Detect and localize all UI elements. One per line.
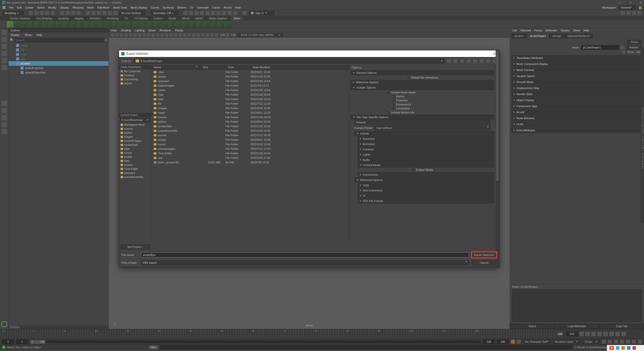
render-settings-icon[interactable] bbox=[228, 11, 232, 15]
menu-mesh[interactable]: Mesh bbox=[87, 6, 94, 9]
menu-windows[interactable]: Windows bbox=[72, 6, 84, 9]
vp-tool-icon[interactable] bbox=[138, 33, 141, 37]
shelf-xgen-icon-18[interactable] bbox=[126, 21, 132, 27]
scale-tool-icon[interactable] bbox=[2, 65, 7, 70]
options-scrollbar[interactable] bbox=[496, 65, 499, 243]
cg-icon-5[interactable] bbox=[206, 11, 210, 15]
ae-presets-button[interactable]: Presets* bbox=[626, 45, 641, 50]
vp-tool-icon[interactable] bbox=[160, 33, 164, 37]
outliner-item[interactable]: pCube1 bbox=[9, 61, 109, 66]
bookmark-item[interactable]: My Computer bbox=[119, 69, 151, 73]
vp-menu-panels[interactable]: Panels bbox=[175, 29, 183, 32]
shelf-xgen-icon-2[interactable] bbox=[14, 21, 20, 27]
pref-icon-6[interactable] bbox=[632, 340, 636, 344]
play-forward-icon[interactable] bbox=[603, 332, 608, 336]
file-row[interactable]: sceneAssemblyFile Folder2022/1/18 15:54 bbox=[151, 128, 349, 133]
ae-section[interactable]: Smooth Mesh bbox=[511, 79, 642, 85]
ae-node-io-icon[interactable] bbox=[621, 46, 624, 49]
shelf-tab-custom[interactable]: Custom bbox=[151, 16, 165, 21]
nav-newfolder-icon[interactable] bbox=[473, 59, 477, 63]
shelf-tab-animation[interactable]: Animation bbox=[86, 16, 104, 21]
shelf-xgen-icon-23[interactable] bbox=[161, 21, 167, 27]
ime-indicator-icon[interactable]: 英 bbox=[609, 346, 614, 350]
vp-colorspace-dropdown[interactable]: ACES 1.0 SDR-video (sRGB) bbox=[238, 33, 283, 37]
ae-menu-show[interactable]: Show bbox=[573, 29, 580, 32]
chk-include-texture[interactable]: ✓Include texture info bbox=[349, 110, 496, 114]
file-row[interactable]: Time EditorFile Folder2022/1/18 15:54 bbox=[151, 151, 349, 156]
cmd-lang-label[interactable]: MEL bbox=[149, 345, 158, 349]
col-size[interactable]: Size bbox=[200, 65, 225, 69]
shelf-xgen-icon-5[interactable] bbox=[35, 21, 41, 27]
file-row[interactable]: mayaFile Folder2022/6/21 13:29 bbox=[151, 110, 349, 115]
range-end-outer-input[interactable] bbox=[497, 339, 509, 344]
nav-view-list-icon[interactable] bbox=[480, 59, 484, 63]
ae-section[interactable]: Mesh Controls bbox=[511, 67, 642, 73]
nav-back-icon[interactable] bbox=[447, 59, 451, 63]
set-project-button[interactable]: Set Project... bbox=[121, 244, 150, 249]
layout-two-icon[interactable] bbox=[2, 115, 7, 120]
menu-cache[interactable]: Cache bbox=[212, 6, 220, 9]
export-selection-button[interactable]: Export Selection bbox=[472, 252, 497, 258]
vp-tool-icon[interactable] bbox=[192, 33, 196, 37]
fps-dropdown[interactable]: 24 fps bbox=[582, 339, 600, 344]
file-row[interactable]: autosaveFile Folder2022/1/18 15:54 bbox=[151, 79, 349, 83]
nav-view-detail-icon[interactable] bbox=[486, 59, 490, 63]
chk-constraints[interactable]: ✓Constraints bbox=[349, 106, 496, 110]
vp-tool-icon[interactable] bbox=[210, 33, 214, 37]
range-slider-handle[interactable]: 1 120 bbox=[30, 340, 45, 344]
shelf-xgen-icon-9[interactable] bbox=[63, 21, 69, 27]
vp-tool-icon[interactable] bbox=[165, 33, 168, 37]
cg-icon-2[interactable] bbox=[189, 11, 193, 15]
file-row[interactable]: assetsFile Folder2022/1/18 15:54 bbox=[151, 74, 349, 79]
menu-uv[interactable]: UV bbox=[190, 6, 194, 9]
vp-menu-shading[interactable]: Shading bbox=[121, 29, 131, 32]
ae-section[interactable]: Tangent Space bbox=[511, 73, 642, 79]
cg-icon-4[interactable] bbox=[200, 11, 204, 15]
vp-tool-icon[interactable] bbox=[147, 33, 150, 37]
bookmark-item[interactable]: Desktop bbox=[119, 73, 151, 77]
tray-icon[interactable] bbox=[616, 346, 619, 350]
channel-box-tab-strip[interactable]: Channel Box / Layer Editor Attribute Edi… bbox=[640, 48, 644, 223]
save-scene-icon[interactable] bbox=[40, 11, 44, 15]
maximize-button[interactable]: ☐ bbox=[629, 1, 632, 4]
select-mode-icon[interactable] bbox=[60, 11, 64, 15]
shelf-tab-rendering[interactable]: Rendering bbox=[104, 16, 122, 21]
project-folder-item[interactable]: assets bbox=[119, 131, 151, 135]
ae-section[interactable]: UUID bbox=[511, 121, 642, 127]
pref-icon-4[interactable] bbox=[620, 340, 624, 344]
sidebar-toggle-4-icon[interactable] bbox=[637, 11, 641, 15]
lookin-path-dropdown[interactable]: E:\workflow\maya bbox=[134, 58, 444, 63]
snap-point-icon[interactable] bbox=[97, 11, 101, 15]
file-row[interactable]: soundFile Folder2022/1/18 15:54 bbox=[151, 142, 349, 147]
shelf-xgen-icon-26[interactable] bbox=[182, 21, 189, 27]
sec-general-options[interactable]: General Options bbox=[351, 70, 494, 75]
menu-edit-mesh[interactable]: Edit Mesh bbox=[97, 6, 110, 9]
shelf-xgen-icon-3[interactable] bbox=[21, 21, 27, 27]
select-tool-icon[interactable] bbox=[2, 30, 7, 35]
project-folder-item[interactable]: autosave bbox=[119, 171, 151, 175]
cg-icon-1[interactable] bbox=[183, 11, 188, 15]
sel-mask-icon[interactable] bbox=[77, 11, 81, 15]
ae-load-attributes-button[interactable]: Load Attributes bbox=[555, 323, 599, 329]
file-row[interactable]: cacheFile Folder2022/1/18 15:54 bbox=[151, 88, 349, 92]
workspace-dropdown[interactable]: General* bbox=[619, 5, 636, 10]
vp-tool-icon[interactable] bbox=[142, 33, 146, 37]
file-row[interactable]: fbxFile Folder2022/7/12 11:20 bbox=[151, 101, 349, 106]
vp-menu-view[interactable]: View bbox=[111, 29, 117, 32]
vp-tool-icon[interactable] bbox=[156, 33, 159, 37]
ae-section[interactable]: Tessellation Attributes bbox=[511, 55, 642, 61]
snap-curve-icon[interactable] bbox=[91, 11, 96, 15]
shelf-xgen-icon-10[interactable] bbox=[70, 21, 76, 27]
minimize-button[interactable]: — bbox=[618, 1, 621, 4]
outliner-item[interactable]: persp bbox=[9, 43, 109, 48]
vp-tool-icon[interactable] bbox=[124, 33, 128, 37]
outliner-search-dropdown-icon[interactable] bbox=[105, 40, 107, 41]
menu-set-dropdown[interactable]: Modeling bbox=[3, 11, 24, 15]
shelf-xgen-icon-11[interactable] bbox=[77, 21, 83, 27]
range-start-inner-input[interactable] bbox=[16, 339, 28, 344]
ae-focus-button[interactable]: Focus bbox=[627, 40, 641, 44]
project-folder-item[interactable]: scripts bbox=[119, 155, 151, 159]
shelf-tab-rigging[interactable]: Rigging bbox=[72, 16, 86, 21]
cg-icon-6[interactable] bbox=[211, 11, 215, 15]
col-date[interactable]: Date Modified bbox=[250, 65, 349, 69]
